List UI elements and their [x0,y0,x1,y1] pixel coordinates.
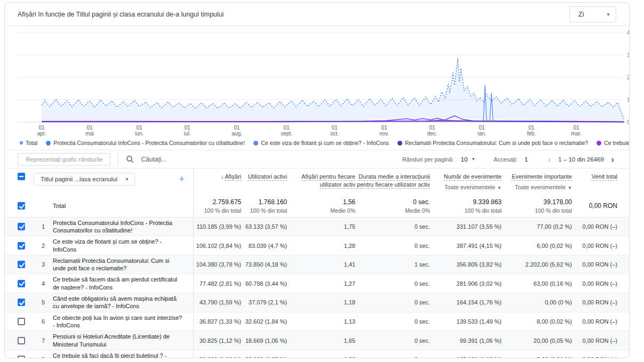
page-title-cell: Ce este viza de flotant și cum se obține… [53,238,193,253]
y-axis-tick: 0 [627,119,630,125]
row-checkbox[interactable] [18,318,25,325]
column-header-avg-engagement[interactable]: Durata medie a interacțiunii pentru fiec… [355,173,430,189]
row-number: 2 [34,243,53,249]
x-axis-tick: 01 [573,125,579,131]
total-label: Total [53,202,193,210]
views-per-user-cell: 1,32 [287,356,355,358]
x-axis-tick: 01 [234,125,240,131]
table-row[interactable]: 1 Protectia Consumatorului InfoCons - Pr… [5,218,629,237]
y-axis-tick: 20 K [627,75,630,81]
views-per-user-cell: 1,28 [287,243,355,249]
column-header-active-users[interactable]: Utilizatori activi [241,173,287,181]
x-axis-tick: 01 [429,125,435,131]
row-checkbox[interactable] [18,261,25,268]
x-axis-tick: 01 [528,125,535,131]
total-row-checkbox[interactable] [18,202,25,210]
views-cell: 43.790 (1,59 %) [193,299,241,305]
dimension-selector[interactable]: Titlul paginii ...lasa ecranului ▼ [34,173,135,186]
event-filter-dropdown[interactable]: Toate evenimentele▼ [430,183,502,191]
divider [118,153,118,166]
page-title-cell: Ce trebuie să facem dacă am pierdut cert… [53,276,193,291]
plot-rows-button[interactable]: Reprezentați grafic rândurile [18,153,110,166]
row-number: 7 [34,337,53,344]
goto-page-value[interactable]: 1 [524,156,528,163]
x-axis-tick: iul. [184,131,191,136]
rows-per-page-value[interactable]: 10 [461,156,468,163]
table-row[interactable]: 4 Ce trebuie să facem dacă am pierdut ce… [5,274,629,293]
pagination-range: 1 – 10 din 26469 [558,156,604,163]
x-axis-tick: 01 [479,125,485,131]
revenue-cell: 0,00 RON (–) [572,223,617,230]
x-axis-tick: aug. [232,131,242,136]
table-total-row: Total 2.759.675100 % din total 1.768.160… [5,196,629,218]
active-users-cell: 18.669 (1,06 %) [241,337,287,344]
next-page-icon[interactable]: › [609,156,616,163]
x-axis-tick: mai [85,131,94,136]
table-row[interactable]: 5 Când este obligatoriu să avem mașina e… [5,293,629,312]
x-axis-tick: sept. [281,131,292,136]
views-per-user-cell: 1,65 [287,337,355,344]
chevron-down-icon: ▼ [568,186,572,190]
search-box[interactable] [126,155,394,164]
chevron-down-icon[interactable]: ▼ [471,157,475,162]
x-axis-tick: 01 [381,125,387,131]
legend-item[interactable]: Protectia Consumatorului InfoCons - Prot… [46,140,245,146]
row-number: 3 [34,261,53,268]
x-axis-tick: feb. [527,131,536,136]
revenue-cell: 0,00 RON (–) [572,261,617,268]
previous-page-icon[interactable]: ‹ [546,156,553,163]
event-count-cell: 164.154 (1,76 %) [430,299,502,305]
avg-engagement-cell: 0 sec. [355,299,430,305]
table-row[interactable]: 2 Ce este viza de flotant și cum se obți… [5,236,629,255]
row-number: 4 [34,280,53,287]
page-title-cell: Când este obligatoriu să avem mașina ech… [53,295,193,310]
event-count-cell: 99.391 (1,06 %) [430,337,502,344]
avg-engagement-cell: 0 sec. [355,318,430,325]
legend-item[interactable]: Reclamatii Protectia Consumatorului: Cum… [397,140,588,146]
legend-item[interactable]: Ce trebuie să facem dacă am pierdut cert… [597,140,629,146]
table-row[interactable]: 8 Ce trebuie să faci dacă îți pierzi bul… [5,350,629,358]
table-row[interactable]: 3 Reclamatii Protectia Consumatorului: C… [5,255,629,275]
row-checkbox[interactable] [18,223,25,230]
avg-engagement-cell: 0 sec. [355,223,430,230]
key-events-cell: 20,00 (0,05 %) [502,337,572,344]
row-checkbox[interactable] [18,299,25,306]
views-cell: 110.185 (3,99 %) [193,223,241,230]
column-header-event-count[interactable]: Număr de evenimente Toate evenimentele▼ [430,173,502,191]
key-event-filter-dropdown[interactable]: Toate evenimentele▼ [502,183,572,191]
page-title-cell: Ce obiecte poți lua în avion și care sun… [53,314,193,329]
table-body: 1 Protectia Consumatorului InfoCons - Pr… [5,218,629,358]
key-events-cell: 0,00 (0 %) [502,299,572,305]
row-checkbox[interactable] [18,356,25,358]
revenue-cell: 0,00 RON (–) [572,318,617,325]
select-all-checkbox[interactable] [18,173,25,180]
key-events-cell: 6,00 (0,02 %) [502,243,572,249]
search-input[interactable] [140,155,257,164]
pagination-controls: Rânduri per pagină: 10 ▼ Accesați: 1 ‹ 1… [402,156,616,163]
column-header-views-per-user[interactable]: Afișări pentru fiecare utilizator activ [287,173,355,189]
event-count-cell: 139.533 (1,49 %) [430,318,502,325]
column-header-views[interactable]: ↓Afișări [193,173,241,181]
granularity-select[interactable]: Zi ▼ [569,6,616,22]
column-header-key-events[interactable]: Evenimente importante Toate evenimentele… [502,173,572,191]
avg-engagement-cell: 0 sec. [355,337,430,344]
event-count-cell: 356.805 (3,82 %) [430,261,502,268]
timeseries-chart[interactable]: 40 K30 K20 K10 K001apr.01mai01iun.01iul.… [18,27,630,137]
legend-item[interactable]: Ce este viza de flotant și cum se obține… [253,140,389,146]
y-axis-tick: 10 K [627,97,630,103]
add-dimension-icon[interactable]: + [179,175,185,183]
table-row[interactable]: 7 Pensiuni si Hoteluri Acreditate (Licen… [5,331,629,350]
table-row[interactable]: 6 Ce obiecte poți lua în avion și care s… [5,312,629,332]
chart-section: 40 K30 K20 K10 K001apr.01mai01iun.01iul.… [5,26,629,139]
row-checkbox[interactable] [18,280,25,287]
revenue-cell: 0,00 RON (–) [572,280,617,287]
row-number: 6 [34,318,53,325]
event-count-cell: 387.491 (4,15 %) [430,243,502,249]
row-checkbox[interactable] [18,337,25,344]
x-axis-tick: 01 [38,125,45,131]
column-header-total-revenue[interactable]: Venit total [572,173,617,181]
legend-item[interactable]: Total [20,140,37,146]
row-checkbox[interactable] [18,242,25,250]
event-count-cell: 281.906 (3,02 %) [430,280,502,287]
report-header: Afișări în funcție de Titlul paginii și … [5,3,629,26]
